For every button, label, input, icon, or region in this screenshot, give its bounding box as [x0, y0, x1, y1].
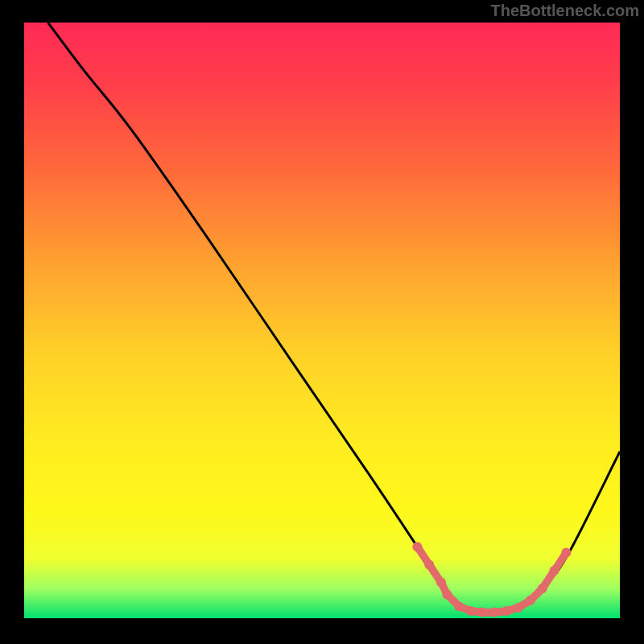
watermark-text: TheBottleneck.com: [491, 2, 639, 20]
svg-point-12: [550, 566, 559, 576]
svg-point-8: [502, 606, 511, 616]
svg-point-5: [466, 606, 476, 616]
svg-point-1: [424, 559, 434, 569]
svg-point-4: [454, 601, 464, 611]
svg-point-7: [490, 608, 500, 617]
chart-svg: [24, 23, 620, 618]
svg-point-6: [478, 608, 488, 617]
svg-point-2: [436, 578, 446, 588]
gradient-background: [24, 23, 620, 618]
plot-area: [24, 23, 620, 618]
svg-point-9: [514, 603, 523, 613]
svg-point-13: [561, 548, 571, 558]
svg-point-11: [538, 584, 547, 593]
svg-point-0: [412, 542, 422, 551]
svg-point-10: [526, 596, 535, 605]
chart-container: TheBottleneck.com: [0, 0, 644, 644]
svg-point-3: [442, 589, 452, 599]
